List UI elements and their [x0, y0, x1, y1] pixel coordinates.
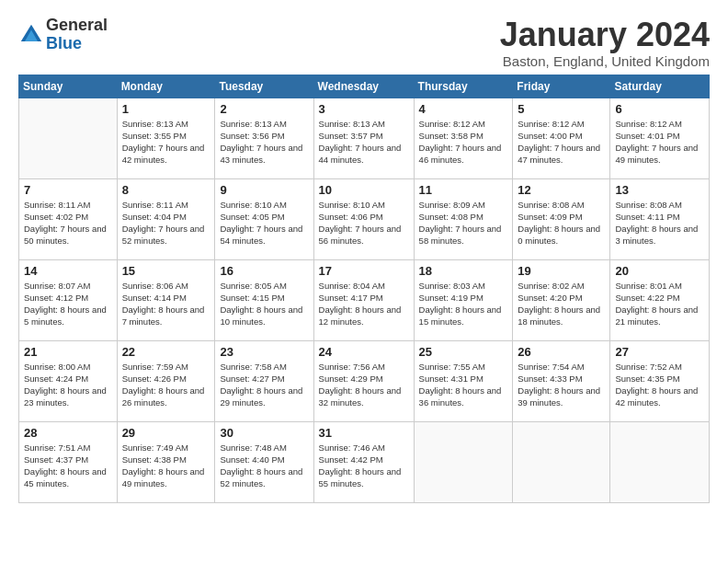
day-info: Sunrise: 8:09 AMSunset: 4:08 PMDaylight:… [419, 199, 508, 247]
day-info: Sunrise: 8:03 AMSunset: 4:19 PMDaylight:… [419, 280, 508, 328]
calendar-cell: 18Sunrise: 8:03 AMSunset: 4:19 PMDayligh… [414, 259, 513, 340]
day-info: Sunrise: 7:46 AMSunset: 4:42 PMDaylight:… [319, 442, 409, 490]
calendar-cell [19, 98, 118, 178]
day-number: 31 [319, 426, 409, 440]
calendar-cell [513, 421, 610, 502]
calendar-cell: 7Sunrise: 8:11 AMSunset: 4:02 PMDaylight… [19, 178, 118, 259]
day-number: 12 [518, 183, 605, 197]
col-thursday: Thursday [414, 75, 513, 98]
day-info: Sunrise: 7:55 AMSunset: 4:31 PMDaylight:… [419, 361, 508, 409]
col-wednesday: Wednesday [313, 75, 414, 98]
calendar-cell: 19Sunrise: 8:02 AMSunset: 4:20 PMDayligh… [513, 259, 610, 340]
day-number: 9 [220, 183, 308, 197]
day-number: 25 [419, 345, 508, 359]
day-number: 19 [518, 264, 605, 278]
day-info: Sunrise: 8:13 AMSunset: 3:56 PMDaylight:… [220, 118, 308, 167]
day-number: 27 [615, 345, 704, 359]
calendar-cell: 2Sunrise: 8:13 AMSunset: 3:56 PMDaylight… [215, 98, 313, 178]
calendar-cell: 10Sunrise: 8:10 AMSunset: 4:06 PMDayligh… [313, 178, 414, 259]
logo-general: General [46, 16, 108, 34]
day-number: 16 [220, 264, 308, 278]
day-number: 23 [220, 345, 308, 359]
day-info: Sunrise: 8:11 AMSunset: 4:02 PMDaylight:… [24, 199, 112, 247]
week-row-3: 14Sunrise: 8:07 AMSunset: 4:12 PMDayligh… [19, 259, 710, 340]
calendar-cell: 9Sunrise: 8:10 AMSunset: 4:05 PMDaylight… [215, 178, 313, 259]
calendar-cell: 31Sunrise: 7:46 AMSunset: 4:42 PMDayligh… [313, 421, 414, 502]
day-info: Sunrise: 7:59 AMSunset: 4:26 PMDaylight:… [122, 361, 210, 409]
day-number: 4 [419, 102, 508, 116]
day-number: 2 [220, 102, 308, 116]
day-number: 3 [319, 102, 409, 116]
calendar-cell: 30Sunrise: 7:48 AMSunset: 4:40 PMDayligh… [215, 421, 313, 502]
header-row: Sunday Monday Tuesday Wednesday Thursday… [19, 75, 710, 98]
logo-blue: Blue [46, 34, 82, 52]
day-number: 10 [319, 183, 409, 197]
logo-icon [18, 22, 44, 48]
day-info: Sunrise: 8:05 AMSunset: 4:15 PMDaylight:… [220, 280, 308, 328]
calendar-cell: 5Sunrise: 8:12 AMSunset: 4:00 PMDaylight… [513, 98, 610, 178]
day-info: Sunrise: 7:48 AMSunset: 4:40 PMDaylight:… [220, 442, 308, 490]
col-saturday: Saturday [610, 75, 710, 98]
day-number: 29 [122, 426, 210, 440]
calendar-subtitle: Baston, England, United Kingdom [500, 53, 710, 69]
calendar-cell: 27Sunrise: 7:52 AMSunset: 4:35 PMDayligh… [610, 340, 710, 421]
day-info: Sunrise: 8:08 AMSunset: 4:09 PMDaylight:… [518, 199, 605, 247]
day-info: Sunrise: 8:06 AMSunset: 4:14 PMDaylight:… [122, 280, 210, 328]
calendar-cell: 28Sunrise: 7:51 AMSunset: 4:37 PMDayligh… [19, 421, 118, 502]
calendar-cell: 3Sunrise: 8:13 AMSunset: 3:57 PMDaylight… [313, 98, 414, 178]
day-info: Sunrise: 8:10 AMSunset: 4:06 PMDaylight:… [319, 199, 409, 247]
day-info: Sunrise: 8:02 AMSunset: 4:20 PMDaylight:… [518, 280, 605, 328]
day-info: Sunrise: 7:56 AMSunset: 4:29 PMDaylight:… [319, 361, 409, 409]
week-row-5: 28Sunrise: 7:51 AMSunset: 4:37 PMDayligh… [19, 421, 710, 502]
day-info: Sunrise: 8:07 AMSunset: 4:12 PMDaylight:… [24, 280, 112, 328]
calendar-cell: 12Sunrise: 8:08 AMSunset: 4:09 PMDayligh… [513, 178, 610, 259]
calendar-cell: 25Sunrise: 7:55 AMSunset: 4:31 PMDayligh… [414, 340, 513, 421]
calendar-cell: 8Sunrise: 8:11 AMSunset: 4:04 PMDaylight… [117, 178, 215, 259]
week-row-1: 1Sunrise: 8:13 AMSunset: 3:55 PMDaylight… [19, 98, 710, 178]
day-info: Sunrise: 7:49 AMSunset: 4:38 PMDaylight:… [122, 442, 210, 490]
day-info: Sunrise: 8:12 AMSunset: 3:58 PMDaylight:… [419, 118, 508, 167]
header: General Blue January 2024 Baston, Englan… [18, 17, 710, 69]
calendar-cell: 29Sunrise: 7:49 AMSunset: 4:38 PMDayligh… [117, 421, 215, 502]
calendar-cell: 14Sunrise: 8:07 AMSunset: 4:12 PMDayligh… [19, 259, 118, 340]
day-number: 5 [518, 102, 605, 116]
day-number: 28 [24, 426, 112, 440]
col-friday: Friday [513, 75, 610, 98]
day-number: 6 [615, 102, 704, 116]
title-block: January 2024 Baston, England, United Kin… [500, 17, 710, 69]
day-info: Sunrise: 8:00 AMSunset: 4:24 PMDaylight:… [24, 361, 112, 409]
day-number: 7 [24, 183, 112, 197]
week-row-4: 21Sunrise: 8:00 AMSunset: 4:24 PMDayligh… [19, 340, 710, 421]
day-info: Sunrise: 7:52 AMSunset: 4:35 PMDaylight:… [615, 361, 704, 409]
day-number: 13 [615, 183, 704, 197]
calendar-cell: 21Sunrise: 8:00 AMSunset: 4:24 PMDayligh… [19, 340, 118, 421]
calendar-cell: 23Sunrise: 7:58 AMSunset: 4:27 PMDayligh… [215, 340, 313, 421]
calendar-cell: 24Sunrise: 7:56 AMSunset: 4:29 PMDayligh… [313, 340, 414, 421]
calendar-cell: 20Sunrise: 8:01 AMSunset: 4:22 PMDayligh… [610, 259, 710, 340]
day-info: Sunrise: 8:13 AMSunset: 3:57 PMDaylight:… [319, 118, 409, 167]
day-info: Sunrise: 8:11 AMSunset: 4:04 PMDaylight:… [122, 199, 210, 247]
day-info: Sunrise: 8:08 AMSunset: 4:11 PMDaylight:… [615, 199, 704, 247]
calendar-cell: 4Sunrise: 8:12 AMSunset: 3:58 PMDaylight… [414, 98, 513, 178]
day-number: 26 [518, 345, 605, 359]
calendar-cell [414, 421, 513, 502]
calendar-cell: 16Sunrise: 8:05 AMSunset: 4:15 PMDayligh… [215, 259, 313, 340]
day-number: 11 [419, 183, 508, 197]
calendar-cell [610, 421, 710, 502]
day-info: Sunrise: 7:58 AMSunset: 4:27 PMDaylight:… [220, 361, 308, 409]
day-info: Sunrise: 8:01 AMSunset: 4:22 PMDaylight:… [615, 280, 704, 328]
calendar-cell: 11Sunrise: 8:09 AMSunset: 4:08 PMDayligh… [414, 178, 513, 259]
day-info: Sunrise: 7:51 AMSunset: 4:37 PMDaylight:… [24, 442, 112, 490]
day-info: Sunrise: 8:12 AMSunset: 4:00 PMDaylight:… [518, 118, 605, 167]
day-info: Sunrise: 8:10 AMSunset: 4:05 PMDaylight:… [220, 199, 308, 247]
day-number: 1 [122, 102, 210, 116]
day-number: 20 [615, 264, 704, 278]
calendar-cell: 6Sunrise: 8:12 AMSunset: 4:01 PMDaylight… [610, 98, 710, 178]
day-info: Sunrise: 7:54 AMSunset: 4:33 PMDaylight:… [518, 361, 605, 409]
day-number: 30 [220, 426, 308, 440]
calendar-cell: 1Sunrise: 8:13 AMSunset: 3:55 PMDaylight… [117, 98, 215, 178]
day-info: Sunrise: 8:12 AMSunset: 4:01 PMDaylight:… [615, 118, 704, 167]
calendar-table: Sunday Monday Tuesday Wednesday Thursday… [18, 75, 710, 503]
day-number: 17 [319, 264, 409, 278]
calendar-title: January 2024 [500, 17, 710, 53]
